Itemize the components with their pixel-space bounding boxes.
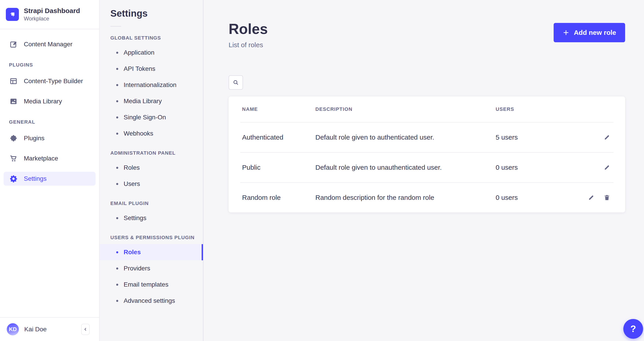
role-users-count: 5 users [496,134,563,141]
sidebar-item-plugins[interactable]: Plugins [4,131,96,145]
role-name: Random role [242,194,315,202]
search-button[interactable] [228,75,243,90]
collapse-sidebar-button[interactable] [81,324,90,335]
sidebar-nav: Content Manager PLUGINS Content-Type Bui… [0,29,99,317]
table-row-public[interactable]: Public Default role given to unauthentic… [228,153,625,182]
subnav-section-users-permissions-plugin: USERS & PERMISSIONS PLUGIN [110,235,203,240]
subnav-item-label: Email templates [124,281,168,288]
subnav-section-email-plugin: EMAIL PLUGIN [110,200,203,206]
edit-icon [588,194,594,201]
subnav-item-label: Roles [124,248,141,256]
column-header-name: NAME [242,106,315,112]
workspace-name: Workplace [24,16,80,22]
sidebar-section-general: GENERAL [9,119,99,125]
role-users-count: 0 users [496,164,563,171]
add-new-role-button[interactable]: Add new role [554,23,625,42]
delete-role-button[interactable] [602,193,612,202]
page-header: Roles List of roles Add new role [228,22,625,49]
subnav-item-webhooks[interactable]: Webhooks [100,126,203,142]
subnav-item-providers[interactable]: Providers [100,260,203,276]
main-content: Roles List of roles Add new role NAME DE… [204,0,644,341]
brand-text: Strapi Dashboard Workplace [24,7,80,22]
subnav-item-label: Internationalization [124,81,176,88]
sidebar-item-content-type-builder[interactable]: Content-Type Builder [4,74,96,88]
subnav-item-email-templates[interactable]: Email templates [100,276,203,293]
subnav-item-label: Roles [124,164,140,171]
column-header-users: USERS [496,106,563,112]
page-title-block: Roles List of roles [228,22,268,49]
strapi-logo [6,8,19,21]
subnav-item-advanced-settings[interactable]: Advanced settings [100,293,203,309]
plugins-icon [10,134,18,142]
row-actions [563,163,612,172]
sidebar-item-settings[interactable]: Settings [4,172,96,186]
subnav-item-up-roles[interactable]: Roles [100,244,203,260]
subnav-item-email-settings[interactable]: Settings [100,210,203,226]
bullet-icon [116,132,118,135]
bullet-icon [116,167,118,169]
user-profile[interactable]: KD Kai Doe [0,317,99,341]
sidebar-item-content-manager[interactable]: Content Manager [4,37,96,51]
edit-role-button[interactable] [586,193,596,202]
add-new-role-label: Add new role [574,29,616,36]
roles-table: NAME DESCRIPTION USERS Authenticated Def… [228,96,625,212]
subnav-item-label: Single Sign-On [124,114,166,121]
page-subtitle: List of roles [228,41,268,49]
subnav-item-label: Providers [124,265,150,272]
settings-gear-icon [10,175,18,183]
content-type-builder-icon [10,77,18,85]
main-sidebar: Strapi Dashboard Workplace Content Manag… [0,0,100,341]
sidebar-item-media-library[interactable]: Media Library [4,94,96,108]
help-button[interactable]: ? [623,319,643,339]
subnav-item-single-sign-on[interactable]: Single Sign-On [100,109,203,126]
sidebar-item-label: Settings [24,175,46,182]
plus-icon [563,29,569,36]
subnav-item-admin-roles[interactable]: Roles [100,160,203,176]
marketplace-icon [10,154,18,162]
app-title: Strapi Dashboard [24,7,80,15]
settings-subnav: Settings GLOBAL SETTINGS Application API… [100,0,204,341]
bullet-icon [116,52,118,54]
user-name: Kai Doe [24,326,47,333]
row-actions [563,193,612,202]
subnav-section-administration-panel: ADMINISTRATION PANEL [110,150,203,156]
subnav-item-admin-users[interactable]: Users [100,176,203,192]
divider [110,26,121,26]
sidebar-item-label: Media Library [24,98,62,105]
trash-icon [604,194,610,201]
brand-header: Strapi Dashboard Workplace [0,0,99,29]
chevron-left-icon [83,327,88,332]
subnav-item-media-library[interactable]: Media Library [100,93,203,109]
page-title: Roles [228,22,268,37]
sidebar-section-plugins: PLUGINS [9,62,99,68]
role-name: Authenticated [242,134,315,141]
table-row-authenticated[interactable]: Authenticated Default role given to auth… [228,122,625,152]
edit-role-button[interactable] [602,163,612,172]
subnav-item-label: Settings [124,214,146,222]
subnav-item-application[interactable]: Application [100,44,203,61]
subnav-section-global-settings: GLOBAL SETTINGS [110,35,203,41]
bullet-icon [116,68,118,70]
sidebar-item-label: Plugins [24,135,44,142]
sidebar-item-label: Content Manager [24,41,72,48]
subnav-item-api-tokens[interactable]: API Tokens [100,61,203,77]
row-actions [563,132,612,142]
edit-role-button[interactable] [602,132,612,142]
bullet-icon [116,251,118,253]
role-name: Public [242,164,315,171]
subnav-item-label: Advanced settings [124,297,175,304]
media-library-icon [10,97,18,106]
subnav-item-label: API Tokens [124,65,155,72]
table-header-row: NAME DESCRIPTION USERS [228,96,625,122]
role-description: Random description for the random role [315,194,496,202]
edit-icon [604,134,610,141]
bullet-icon [116,84,118,86]
subnav-title: Settings [110,8,203,19]
table-row-random-role[interactable]: Random role Random description for the r… [228,183,625,212]
bullet-icon [116,183,118,185]
content-manager-icon [10,40,18,48]
bullet-icon [116,217,118,219]
sidebar-item-marketplace[interactable]: Marketplace [4,152,96,166]
bullet-icon [116,268,118,270]
subnav-item-internationalization[interactable]: Internationalization [100,77,203,93]
